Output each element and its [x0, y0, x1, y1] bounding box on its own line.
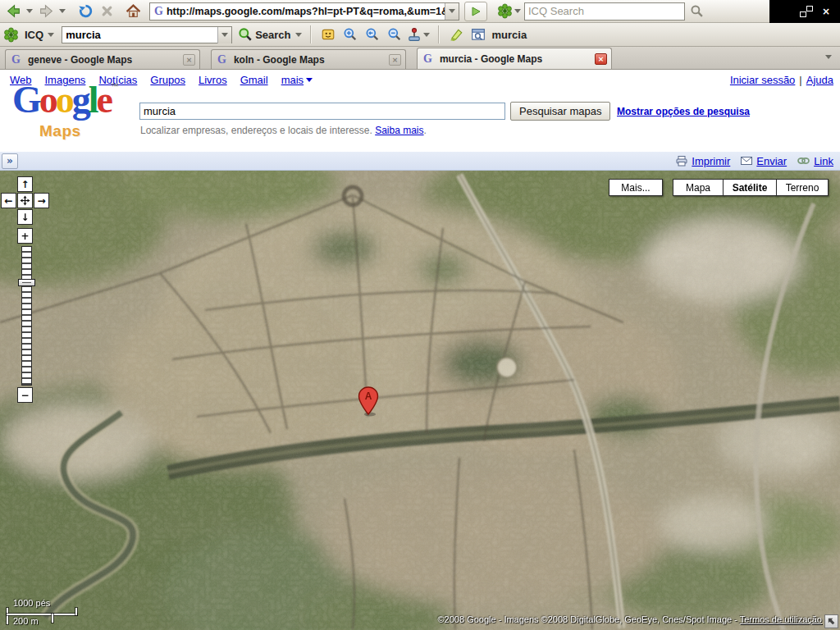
- icq-search-go-label[interactable]: Search: [255, 29, 290, 41]
- send-link[interactable]: Enviar: [756, 155, 787, 167]
- scale-end-metric: [52, 614, 53, 623]
- pan-right-button[interactable]: →: [34, 193, 49, 208]
- icq-search-history-button[interactable]: [217, 27, 231, 43]
- pan-up-button[interactable]: ↑: [17, 176, 33, 192]
- close-tab-button[interactable]: ×: [595, 53, 607, 65]
- tab-favicon-icon: G: [216, 53, 230, 66]
- go-button[interactable]: [464, 2, 487, 21]
- pan-center-button[interactable]: [17, 193, 33, 208]
- icq-toolbar-search-input[interactable]: [62, 27, 217, 43]
- zoom-out-map-button[interactable]: −: [17, 387, 33, 403]
- address-bar[interactable]: G: [149, 2, 459, 21]
- expand-panel-button[interactable]: »: [2, 153, 18, 169]
- back-history-caret-icon[interactable]: [26, 9, 33, 13]
- forward-button[interactable]: [36, 2, 56, 21]
- forward-arrow-icon: [39, 3, 54, 19]
- icq-people-button[interactable]: [318, 25, 338, 44]
- google-maps-header: Web Imagens Notícias Grupos Livros Gmail…: [0, 70, 840, 152]
- printer-icon: [675, 154, 688, 167]
- refresh-button[interactable]: [75, 2, 95, 21]
- search-magnifier-icon: [690, 4, 704, 18]
- overview-toggle-button[interactable]: [824, 614, 838, 628]
- satellite-map-image[interactable]: [0, 171, 840, 630]
- recenter-icon: [20, 195, 30, 206]
- link-action[interactable]: Link: [797, 155, 833, 167]
- tab-favicon-icon: G: [10, 53, 24, 66]
- url-input[interactable]: [167, 6, 445, 17]
- pan-down-button[interactable]: ↓: [17, 209, 33, 225]
- map-action-bar: » Imprimir Enviar Link: [0, 152, 840, 171]
- satellite-view-button[interactable]: Satélite: [723, 179, 777, 196]
- home-button[interactable]: [123, 2, 143, 21]
- account-links: Iniciar sessão | Ajuda: [730, 74, 833, 86]
- tab-geneve[interactable]: G geneve - Google Maps ×: [5, 49, 200, 69]
- map-viewport: Mais... Mapa Satélite Terreno ↑ ← → ↓ + …: [0, 171, 840, 630]
- search-maps-button[interactable]: Pesquisar mapas: [510, 102, 610, 121]
- terrain-view-button[interactable]: Terreno: [776, 179, 829, 196]
- terms-link[interactable]: Termos de utilização: [740, 614, 822, 624]
- tab-list-caret-icon[interactable]: [825, 55, 832, 59]
- pan-left-button[interactable]: ←: [1, 193, 16, 208]
- close-tab-button[interactable]: ×: [183, 54, 195, 66]
- tab-koln[interactable]: G koln - Google Maps ×: [211, 49, 406, 69]
- zoom-slider-handle[interactable]: [18, 279, 35, 286]
- zoom-reset-button[interactable]: [363, 25, 382, 44]
- icq-flower-icon: [497, 3, 513, 19]
- map-view-button[interactable]: Mapa: [673, 179, 724, 196]
- refresh-icon: [78, 3, 94, 19]
- icq-search-input[interactable]: [524, 2, 685, 21]
- green-magnifier-icon: [238, 27, 253, 42]
- icq-search-caret-icon: [221, 33, 228, 37]
- scale-metric-label: 200 m: [13, 616, 39, 626]
- mais-caret-icon: [306, 78, 313, 82]
- zoom-in-button[interactable]: [340, 25, 360, 44]
- link-divider: |: [799, 74, 801, 86]
- print-action[interactable]: Imprimir: [675, 154, 730, 167]
- forward-history-caret-icon[interactable]: [59, 9, 66, 13]
- url-dropdown-button[interactable]: [445, 3, 459, 20]
- close-tab-button[interactable]: ×: [389, 54, 401, 66]
- link-link[interactable]: Link: [814, 155, 833, 167]
- toolbar-separator: [310, 25, 312, 43]
- tab-favicon-icon: G: [422, 52, 436, 66]
- page-keyword-label[interactable]: murcia: [492, 29, 527, 41]
- preview-button[interactable]: [468, 25, 488, 44]
- back-arrow-icon: [6, 3, 21, 19]
- smiley-face-icon: [321, 27, 336, 42]
- signin-link[interactable]: Iniciar sessão: [730, 74, 795, 86]
- zoom-slider-track[interactable]: [21, 246, 32, 386]
- print-link[interactable]: Imprimir: [692, 155, 730, 167]
- more-map-button[interactable]: Mais...: [609, 179, 663, 196]
- nav-link-gmail[interactable]: Gmail: [240, 74, 268, 86]
- nav-link-livros[interactable]: Livros: [199, 74, 227, 86]
- nav-link-grupos[interactable]: Grupos: [150, 74, 185, 86]
- map-marker-a[interactable]: A: [358, 386, 379, 418]
- back-button[interactable]: [3, 2, 23, 21]
- highlighter-icon: [449, 27, 463, 42]
- corner-arrow-icon: [827, 617, 836, 626]
- stop-button[interactable]: [97, 2, 116, 21]
- send-action[interactable]: Enviar: [740, 154, 787, 167]
- search-options-link[interactable]: Mostrar opções de pesquisa: [617, 106, 750, 117]
- icq-toolbar-search-box[interactable]: [62, 26, 232, 43]
- icq-search-button[interactable]: [687, 2, 706, 21]
- zoom-out-button[interactable]: [385, 25, 404, 44]
- maps-search-input[interactable]: [139, 103, 505, 120]
- scale-imperial-label: 1000 pés: [13, 598, 50, 608]
- search-options-caret-icon[interactable]: [295, 33, 302, 37]
- games-button[interactable]: [407, 25, 431, 44]
- highlight-button[interactable]: [446, 25, 466, 44]
- map-scale: 1000 pés 200 m: [7, 600, 89, 630]
- saiba-mais-link[interactable]: Saiba mais: [375, 125, 423, 136]
- maps-logo-word: Maps: [39, 122, 81, 140]
- zoom-in-map-button[interactable]: +: [17, 228, 33, 244]
- browser-toolbar: G ×: [0, 0, 840, 23]
- help-link[interactable]: Ajuda: [806, 74, 833, 86]
- tab-murcia-active[interactable]: G murcia - Google Maps ×: [417, 48, 612, 69]
- icq-menu-button[interactable]: [497, 2, 523, 21]
- nav-link-mais[interactable]: mais: [281, 74, 314, 86]
- icq-label-caret-icon[interactable]: [48, 33, 54, 37]
- home-icon: [126, 3, 141, 19]
- close-window-button[interactable]: ×: [820, 6, 832, 17]
- icq-label[interactable]: ICQ: [25, 29, 43, 41]
